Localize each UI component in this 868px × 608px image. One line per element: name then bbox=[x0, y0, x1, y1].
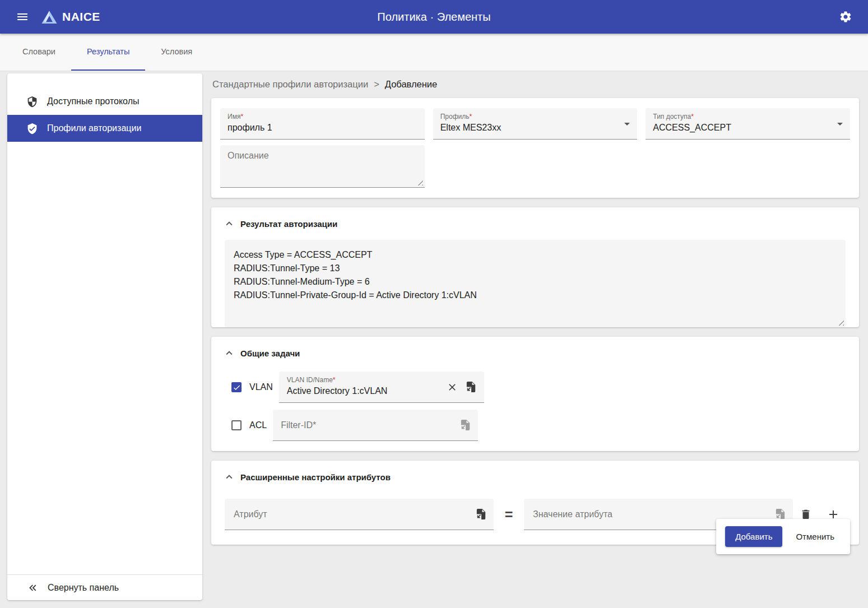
brand-name: NAICE bbox=[62, 10, 100, 24]
name-field-label: Имя* bbox=[228, 113, 418, 120]
breadcrumb-current: Добавление bbox=[385, 79, 437, 90]
common-tasks-card: Общие задачи VLAN VLAN ID/Name* bbox=[211, 337, 859, 451]
acl-task-row: ACL bbox=[231, 410, 846, 441]
sidebar: Доступные протоколы Профили авторизации … bbox=[7, 73, 202, 600]
tab-bar: Словари Результаты Условия bbox=[0, 34, 868, 71]
sidebar-item-label: Доступные протоколы bbox=[47, 96, 139, 106]
access-type-select[interactable]: Тип доступа* ACCESS_ACCEPT bbox=[646, 108, 850, 140]
main-panel: Стандартные профили авторизации > Добавл… bbox=[211, 71, 859, 554]
add-button[interactable]: Добавить bbox=[725, 526, 782, 547]
insert-from-dictionary-icon[interactable] bbox=[462, 376, 481, 398]
tab-dictionaries[interactable]: Словари bbox=[7, 34, 71, 71]
vlan-checkbox[interactable] bbox=[231, 382, 242, 392]
advanced-attributes-header: Расширенные настройки атрибутов bbox=[211, 461, 859, 483]
sidebar-item-available-protocols[interactable]: Доступные протоколы bbox=[7, 88, 202, 115]
breadcrumb-parent[interactable]: Стандартные профили авторизации bbox=[212, 79, 368, 90]
form-actions: Добавить Отменить bbox=[716, 519, 850, 554]
equals-sign: = bbox=[494, 507, 524, 523]
access-type-select-label: Тип доступа* bbox=[653, 113, 843, 120]
settings-gear-icon[interactable] bbox=[834, 6, 857, 28]
acl-checkbox[interactable] bbox=[231, 420, 242, 430]
tab-results[interactable]: Результаты bbox=[71, 34, 145, 71]
attribute-field bbox=[225, 499, 494, 530]
access-type-select-value: ACCESS_ACCEPT bbox=[653, 123, 843, 133]
profile-select-value: Eltex MES23xx bbox=[440, 123, 631, 133]
common-tasks-header: Общие задачи bbox=[211, 337, 859, 359]
tab-conditions[interactable]: Условия bbox=[145, 34, 208, 71]
naice-logo-icon bbox=[41, 10, 57, 24]
chevron-up-icon[interactable] bbox=[223, 471, 235, 483]
chevron-up-icon[interactable] bbox=[223, 347, 235, 359]
cancel-button[interactable]: Отменить bbox=[788, 526, 842, 547]
description-textarea[interactable] bbox=[228, 151, 417, 182]
sidebar-item-authorization-profiles[interactable]: Профили авторизации bbox=[7, 115, 202, 142]
required-asterisk: * bbox=[691, 113, 694, 120]
acl-checkbox-label: ACL bbox=[249, 420, 267, 430]
authorization-result-card: Результат авторизации Access Type = ACCE… bbox=[211, 207, 859, 327]
required-asterisk: * bbox=[469, 113, 472, 120]
required-asterisk: * bbox=[240, 113, 243, 120]
insert-from-dictionary-icon bbox=[456, 414, 475, 437]
required-asterisk: * bbox=[333, 376, 336, 384]
resize-grip-icon[interactable] bbox=[838, 319, 844, 326]
hamburger-menu-icon[interactable] bbox=[11, 6, 34, 28]
section-title: Общие задачи bbox=[240, 349, 300, 358]
section-title: Расширенные настройки атрибутов bbox=[240, 472, 391, 482]
authorization-result-box: Access Type = ACCESS_ACCEPT RADIUS:Tunne… bbox=[225, 240, 846, 327]
sidebar-items: Доступные протоколы Профили авторизации bbox=[7, 73, 202, 574]
brand: NAICE bbox=[41, 10, 100, 24]
double-chevron-left-icon bbox=[26, 582, 39, 594]
vlan-id-field: VLAN ID/Name* bbox=[279, 372, 484, 403]
description-field bbox=[220, 145, 425, 188]
vlan-task-row: VLAN VLAN ID/Name* bbox=[231, 372, 846, 403]
profile-select[interactable]: Профиль* Eltex MES23xx bbox=[433, 108, 638, 140]
app-bar: NAICE Политика · Элементы bbox=[0, 0, 868, 34]
attribute-input[interactable] bbox=[234, 509, 471, 519]
vlan-checkbox-label: VLAN bbox=[249, 382, 273, 392]
collapse-panel-button[interactable]: Свернуть панель bbox=[7, 574, 202, 600]
section-title: Результат авторизации bbox=[240, 219, 337, 229]
authorization-result-header: Результат авторизации bbox=[211, 207, 859, 230]
profile-form-card: Имя* Профиль* Eltex MES23xx Тип доступа*… bbox=[211, 98, 859, 198]
attribute-value-input[interactable] bbox=[533, 509, 770, 519]
shield-icon bbox=[26, 96, 38, 108]
authorization-result-textarea[interactable]: Access Type = ACCESS_ACCEPT RADIUS:Tunne… bbox=[234, 248, 837, 319]
acl-filter-input[interactable] bbox=[281, 420, 456, 430]
dropdown-arrow-icon bbox=[833, 117, 847, 131]
shield-check-icon bbox=[26, 123, 38, 134]
name-input[interactable] bbox=[228, 123, 418, 133]
page-title: Политика · Элементы bbox=[0, 11, 868, 24]
sidebar-item-label: Профили авторизации bbox=[47, 123, 141, 133]
breadcrumb: Стандартные профили авторизации > Добавл… bbox=[212, 79, 859, 90]
collapse-panel-label: Свернуть панель bbox=[48, 583, 119, 593]
vlan-id-input[interactable] bbox=[287, 386, 443, 396]
resize-grip-icon[interactable] bbox=[417, 179, 423, 185]
name-field: Имя* bbox=[220, 108, 425, 140]
profile-select-label: Профиль* bbox=[440, 113, 631, 120]
acl-filter-field bbox=[273, 410, 478, 441]
breadcrumb-separator: > bbox=[374, 79, 379, 90]
vlan-id-field-label: VLAN ID/Name* bbox=[287, 376, 443, 384]
content-area: Доступные протоколы Профили авторизации … bbox=[0, 71, 868, 608]
clear-icon[interactable] bbox=[443, 376, 462, 398]
dropdown-arrow-icon bbox=[620, 117, 634, 131]
insert-from-dictionary-icon[interactable] bbox=[471, 503, 490, 526]
chevron-up-icon[interactable] bbox=[223, 217, 235, 230]
